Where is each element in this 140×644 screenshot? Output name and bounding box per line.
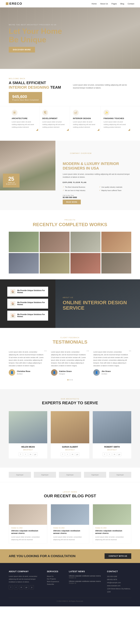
project-item-3[interactable]: [70, 232, 100, 252]
partner-4: logotype: [84, 472, 106, 478]
partner-1: logotype: [9, 472, 31, 478]
footer-news-title: Latest News: [69, 570, 101, 572]
blog-title-3: Ultricies vulputate vestibulum aenean vi…: [95, 530, 129, 534]
footer-link-experience[interactable]: Work Experience: [47, 580, 63, 583]
expert-2-facebook[interactable]: f: [61, 452, 65, 456]
service-desc-interior: Lorem ipsum dolor sit amet notiting adip…: [73, 121, 98, 128]
corner-arrow-4: [128, 129, 130, 131]
blog-date-2: October 18, 2022: [53, 527, 87, 529]
quote-icon-2: ": [86, 349, 89, 356]
footer: About Company Lorem ipsum dolor sit amet…: [0, 563, 140, 606]
project-item-7[interactable]: [70, 253, 100, 274]
service-title-development: DEVELOPMENT: [42, 117, 67, 120]
footer-social-twitter[interactable]: t: [14, 585, 18, 589]
welcome-heading: A SMALL EFFICIENT INTERIOR DESIGNING TEA…: [9, 80, 67, 90]
nav-contact[interactable]: Contact: [128, 3, 134, 5]
footer-news-item-1: Ultricies vulputate vestibulum aenean vi…: [69, 575, 101, 578]
project-item-4[interactable]: [101, 232, 131, 252]
read-more-button[interactable]: Read More: [63, 200, 81, 204]
nav-pages[interactable]: Pages: [111, 3, 117, 5]
testimonial-author-3: 👤 Jim Grace Architect: [93, 369, 131, 376]
partners-section: logotype logotype logotype logotype logo…: [0, 467, 140, 482]
expert-2-twitter[interactable]: t: [66, 452, 70, 456]
testimonial-info-3: Jim Grace Architect: [101, 370, 111, 375]
dot-1[interactable]: [67, 379, 69, 380]
navbar: ERECO Home About Us Pages Blog Contact: [0, 0, 140, 8]
quote-icon-1: ": [44, 349, 47, 356]
logo-box: [6, 2, 8, 5]
feature-4: Majority have suffered Team: [99, 189, 133, 192]
blog-card-2[interactable]: October 18, 2022 Ultricies vulputate ves…: [51, 504, 89, 543]
hero-line1: Let Your Home: [9, 27, 62, 36]
footer-social-linkedin[interactable]: in: [19, 585, 23, 589]
service-title-finishing: FINISHING TOUCHES: [104, 117, 128, 120]
nav-about[interactable]: About Us: [100, 3, 108, 5]
expert-3-linkedin[interactable]: in: [113, 452, 116, 456]
service-box-text-3: We Provide Unique Solutions For Homes: [17, 314, 45, 318]
cta-button[interactable]: Contact with us: [105, 553, 131, 559]
hero-cta-button[interactable]: Discover More: [9, 47, 35, 52]
expert-1-linkedin[interactable]: in: [29, 452, 32, 456]
feature-3: We are here to Help Industry: [63, 189, 96, 192]
blog-card-3[interactable]: October 24, 2022 Ultricies vulputate ves…: [93, 504, 131, 543]
testimonial-info-1: Christine Rose Architect: [17, 370, 30, 375]
project-item-6[interactable]: [40, 253, 70, 274]
hero-section: We're the best Architect provider in UK …: [0, 8, 140, 69]
expert-1-facebook[interactable]: f: [19, 452, 22, 456]
service-box-3: 🏠 We Provide Unique Solutions For Homes: [7, 311, 48, 320]
project-item-1[interactable]: [9, 232, 39, 252]
service-box-1: 🏠 We Provide Unique Solutions For Homes: [7, 287, 48, 296]
footer-link-subscribe[interactable]: Subscribe: [47, 583, 63, 586]
testimonials-grid: " Lorem ipsum dolor sit amet, consectetu…: [9, 350, 131, 376]
projects-section: Projects RECENTLY COMPLETED WORKS: [0, 210, 140, 279]
expert-2-google[interactable]: g+: [75, 452, 79, 456]
nav-home[interactable]: Home: [92, 3, 97, 5]
architecture-icon: 🏛: [12, 110, 17, 116]
blog-image-3: [93, 504, 131, 525]
footer-link-projects[interactable]: Our Projects: [47, 578, 63, 580]
expert-3-google[interactable]: g+: [118, 452, 121, 456]
expert-3-twitter[interactable]: t: [108, 452, 111, 456]
logo-text: ERECO: [9, 2, 22, 6]
expert-1-twitter[interactable]: t: [24, 452, 27, 456]
testimonial-1: " Lorem ipsum dolor sit amet, consectetu…: [9, 350, 47, 376]
footer-social-pinterest[interactable]: p: [30, 585, 34, 589]
blog-body-2: October 18, 2022 Ultricies vulputate ves…: [51, 525, 89, 543]
footer-news-item-2: Ultricies vulputate vestibulum aenean vi…: [69, 580, 101, 584]
partners-grid: logotype logotype logotype logotype logo…: [9, 472, 131, 478]
footer-social-facebook[interactable]: f: [9, 585, 13, 589]
project-item-8[interactable]: [101, 253, 131, 274]
service-desc-finishing: Lorem ipsum dolor sit amet notiting adip…: [104, 121, 128, 128]
dot-3[interactable]: [71, 379, 73, 380]
years-label: Years of: [6, 182, 16, 183]
footer-link-about[interactable]: About Us: [47, 575, 63, 578]
site-logo[interactable]: ERECO: [6, 2, 22, 6]
blog-card-1[interactable]: October 12, 2022 Ultricies vulputate ves…: [9, 504, 47, 543]
service-card-finishing: ✨ FINISHING TOUCHES Lorem ipsum dolor si…: [101, 106, 131, 132]
interior-icon: 🛋: [73, 110, 79, 116]
nav-blog[interactable]: Blog: [120, 3, 124, 5]
service-box-icon-1: 🏠: [10, 289, 15, 294]
footer-social-google[interactable]: g+: [24, 585, 29, 589]
hero-tagline: We're the best Architect provider in UK: [9, 24, 62, 26]
stat-label: Projects Have Been Completed: [12, 99, 39, 101]
partner-3: logotype: [59, 472, 81, 478]
experts-heading: EXPERTS READY TO SERVE: [9, 400, 131, 405]
expert-2-linkedin[interactable]: in: [70, 452, 74, 456]
project-item-2[interactable]: [40, 232, 70, 252]
blog-grid: October 12, 2022 Ultricies vulputate ves…: [9, 504, 131, 543]
about-phone: Call Us Any Time 92 000 000 0000: [63, 195, 133, 198]
expert-card-1: HELEN MEAN Architect f t in g+: [9, 411, 47, 458]
expert-1-google[interactable]: g+: [34, 452, 37, 456]
expert-photo-1: [9, 411, 47, 443]
dot-2[interactable]: [70, 379, 70, 380]
service-box-icon-2: 🏠: [10, 301, 15, 306]
projects-label: Projects: [9, 219, 131, 221]
service-box-2: 🏠 We Provide Unique Solutions For Homes: [7, 299, 48, 308]
testimonial-2: " Lorem ipsum dolor sit amet, consectetu…: [51, 350, 89, 376]
project-item-5[interactable]: [9, 253, 39, 274]
explore-link[interactable]: EXPLORE FLOOR PLAN: [63, 182, 86, 183]
about-label: Company Overview: [63, 146, 133, 160]
expert-info-2: SARAH ALBERT Architect f t in g+: [51, 443, 89, 458]
expert-3-facebook[interactable]: f: [103, 452, 106, 456]
